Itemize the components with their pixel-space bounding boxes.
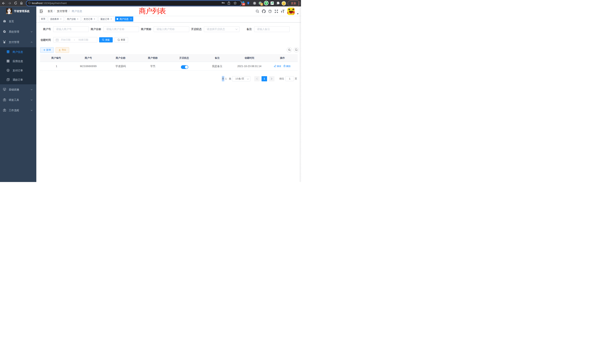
svg-text:10: 10 <box>242 3 245 5</box>
svg-text:⌘: ⌘ <box>254 2 256 4</box>
svg-text:1: 1 <box>261 3 262 6</box>
